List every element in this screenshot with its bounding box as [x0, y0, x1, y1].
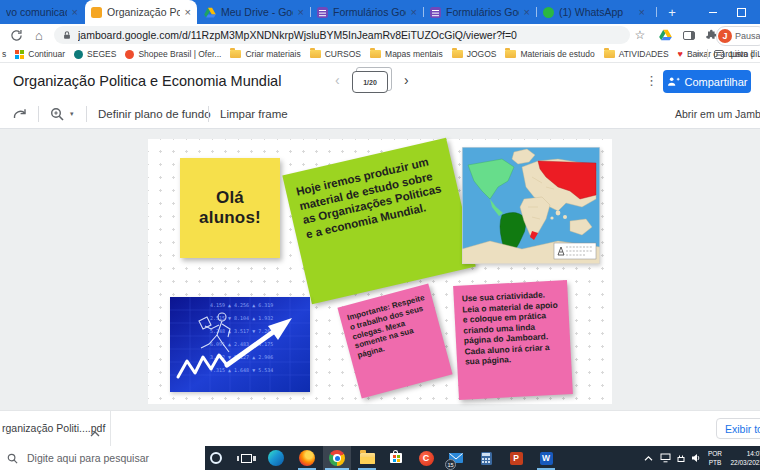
download-caret-button[interactable]	[90, 424, 100, 442]
tab-close-icon[interactable]: ×	[298, 6, 304, 18]
url-text[interactable]: jamboard.google.com/d/11RzpM3MpXNDNkrpWj…	[78, 29, 622, 41]
firefox-button[interactable]	[293, 446, 321, 470]
drive-shortcut-button[interactable]	[656, 24, 674, 46]
tab-close-icon[interactable]: ×	[639, 6, 645, 18]
tab-separator	[656, 7, 657, 17]
chevron-up-icon	[90, 430, 100, 438]
tab-separator	[536, 7, 537, 17]
taskbar-search[interactable]	[0, 446, 205, 470]
powerpoint-button[interactable]: P	[502, 446, 530, 470]
tab-close-icon[interactable]: ×	[185, 6, 191, 18]
tab-close-icon[interactable]: ×	[524, 6, 530, 18]
cortana-button[interactable]	[202, 446, 230, 470]
tab-whatsapp[interactable]: (1) WhatsApp ×	[537, 0, 651, 24]
reload-button[interactable]	[6, 24, 26, 46]
page-title[interactable]: Organização Politica e Economia Mundial	[13, 73, 281, 89]
bookmark-folder-materiais-de-estudo[interactable]: Materiais de estudo	[505, 49, 594, 59]
clock-time: 14:07	[725, 449, 760, 458]
show-all-downloads-button[interactable]: Exibir tod	[716, 418, 760, 439]
file-explorer-button[interactable]	[353, 446, 381, 470]
language-top: POR	[704, 449, 726, 458]
zoom-caret-button[interactable]: ▾	[70, 100, 74, 128]
microsoft-store-button[interactable]	[382, 446, 410, 470]
profile-chip[interactable]: J Pausa	[716, 26, 760, 46]
reading-list-icon[interactable]	[714, 50, 724, 59]
drive-icon	[204, 7, 216, 18]
zoom-in-icon	[50, 107, 65, 122]
bookmarks-overflow-button[interactable]: »	[696, 49, 701, 59]
bookmark-shopee[interactable]: Shopee Brasil | Ofer...	[125, 49, 221, 59]
set-background-button[interactable]: Definir plano de fundo	[98, 100, 211, 128]
home-button[interactable]: ⌂	[30, 24, 48, 46]
bookmark-fragment[interactable]: s	[2, 49, 6, 59]
tab-forms-1[interactable]: Formulários Google ×	[311, 0, 423, 24]
forms-icon	[430, 7, 441, 18]
tab-separator	[423, 7, 424, 17]
calculator-button[interactable]	[472, 446, 500, 470]
side-panel-button[interactable]	[680, 24, 698, 46]
tab-close-icon[interactable]: ×	[411, 6, 417, 18]
zoom-button[interactable]	[50, 100, 65, 128]
tab-close-icon[interactable]: ×	[72, 6, 78, 18]
language-indicator[interactable]: POR PTB	[704, 449, 726, 467]
clear-frame-button[interactable]: Limpar frame	[220, 100, 288, 128]
mail-icon: 15	[449, 449, 463, 467]
bookmark-seges[interactable]: SEGES	[74, 49, 116, 59]
sticky-note-green: Hoje iremos produzir um material de estu…	[282, 138, 475, 304]
bookmark-folder-jogos[interactable]: JOGOS	[452, 49, 497, 59]
tray-expand-button[interactable]	[640, 446, 656, 470]
address-bar[interactable]: jamboard.google.com/d/11RzpM3MpXNDNkrpWj…	[54, 26, 630, 44]
share-button[interactable]: Compartilhar	[663, 70, 751, 93]
person-add-icon	[667, 76, 680, 87]
search-icon	[7, 453, 18, 464]
tab-jamboard[interactable]: Organização Politica e E ×	[85, 0, 197, 24]
speaker-icon	[691, 453, 701, 463]
edge-button[interactable]	[262, 446, 290, 470]
folder-icon	[370, 50, 381, 58]
more-options-button[interactable]: ⋮	[645, 73, 658, 88]
restore-button[interactable]	[728, 0, 754, 24]
jamboard-toolbar: ▾ Definir plano de fundo Limpar frame Ab…	[0, 100, 760, 129]
new-tab-button[interactable]: +	[664, 4, 680, 20]
taskbar-clock[interactable]: 14:07 22/03/2021	[725, 449, 760, 467]
bookmark-folder-criar-materiais[interactable]: Criar materiais	[230, 49, 300, 59]
volume-button[interactable]	[689, 446, 703, 470]
reading-list-label[interactable]: Lista d	[730, 49, 760, 59]
close-button[interactable]: ×	[752, 0, 760, 24]
minimize-icon	[709, 12, 717, 13]
bookmark-folder-atividades[interactable]: ATIVIDADES	[604, 49, 669, 59]
bookmark-folder-mapas-mentais[interactable]: Mapas mentais	[370, 49, 443, 59]
note-text: Use sua criatividade. Leia o material de…	[462, 289, 558, 366]
world-map-image	[462, 147, 600, 264]
frame-bar-button[interactable]: 1/20	[352, 69, 392, 93]
whatsapp-icon	[543, 7, 554, 18]
heart-icon: ♥	[678, 49, 683, 59]
bookmark-continuar[interactable]: Continuar	[15, 49, 65, 59]
bookmark-folder-cursos[interactable]: CURSOS	[310, 49, 361, 59]
usb-icon	[676, 454, 686, 463]
search-input[interactable]	[25, 451, 194, 465]
ccleaner-button[interactable]: C	[412, 446, 440, 470]
chrome-button[interactable]	[323, 446, 351, 470]
next-frame-button[interactable]: ›	[404, 72, 409, 88]
tab-drive[interactable]: Meu Drive - Google Dr ×	[198, 0, 310, 24]
powerpoint-icon: P	[510, 452, 523, 465]
tab-partial[interactable]: vo comunicado: "Bo ×	[0, 0, 84, 24]
tray-usb-button[interactable]	[674, 446, 688, 470]
note-text: alunos!	[199, 208, 261, 228]
mail-button[interactable]: 15	[442, 446, 470, 470]
word-button[interactable]: W	[532, 446, 560, 470]
minimize-button[interactable]	[700, 0, 726, 24]
tray-display-button[interactable]	[658, 446, 672, 470]
tab-forms-2[interactable]: Formulários Google ×	[424, 0, 536, 24]
chevron-up-icon	[644, 455, 653, 462]
cortana-icon	[210, 452, 222, 464]
redo-button[interactable]	[12, 100, 28, 128]
task-view-button[interactable]	[232, 446, 260, 470]
divider	[208, 106, 209, 122]
share-label: Compartilhar	[685, 76, 748, 88]
prev-frame-button[interactable]: ‹	[335, 72, 340, 88]
edge-icon	[268, 450, 284, 466]
open-in-jamboard-button[interactable]: Abrir em um Jamb	[670, 100, 760, 128]
bookmark-star-button[interactable]: ☆	[632, 24, 648, 46]
